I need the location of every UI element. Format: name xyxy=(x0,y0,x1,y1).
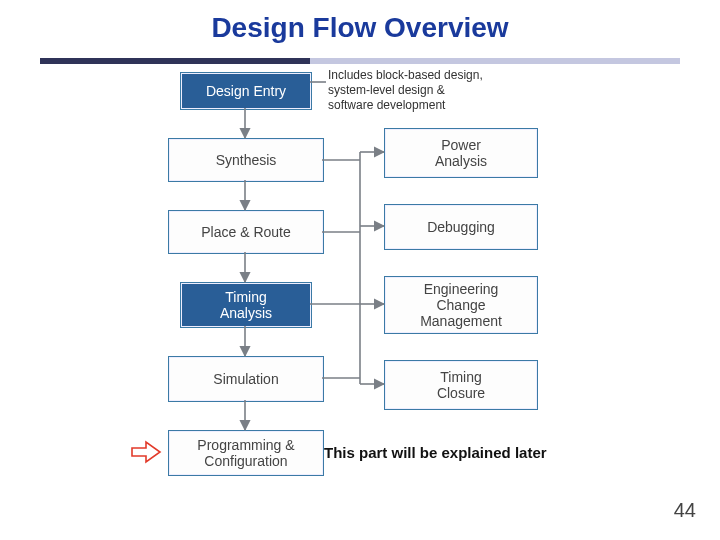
caption-explained-later: This part will be explained later xyxy=(324,444,547,461)
title-underline-light xyxy=(310,58,680,64)
box-timing-analysis: Timing Analysis xyxy=(180,282,312,328)
title-underline-dark xyxy=(40,58,310,64)
page-title: Design Flow Overview xyxy=(0,12,720,44)
box-timing-closure: Timing Closure xyxy=(384,360,538,410)
box-synthesis: Synthesis xyxy=(168,138,324,182)
box-design-entry: Design Entry xyxy=(180,72,312,110)
page-number: 44 xyxy=(674,499,696,522)
box-power-analysis: Power Analysis xyxy=(384,128,538,178)
callout-arrow-icon xyxy=(130,438,164,466)
box-debugging: Debugging xyxy=(384,204,538,250)
box-simulation: Simulation xyxy=(168,356,324,402)
box-ecm: Engineering Change Management xyxy=(384,276,538,334)
box-programming: Programming & Configuration xyxy=(168,430,324,476)
box-place-route: Place & Route xyxy=(168,210,324,254)
annotation-design-entry: Includes block-based design, system-leve… xyxy=(328,68,483,113)
